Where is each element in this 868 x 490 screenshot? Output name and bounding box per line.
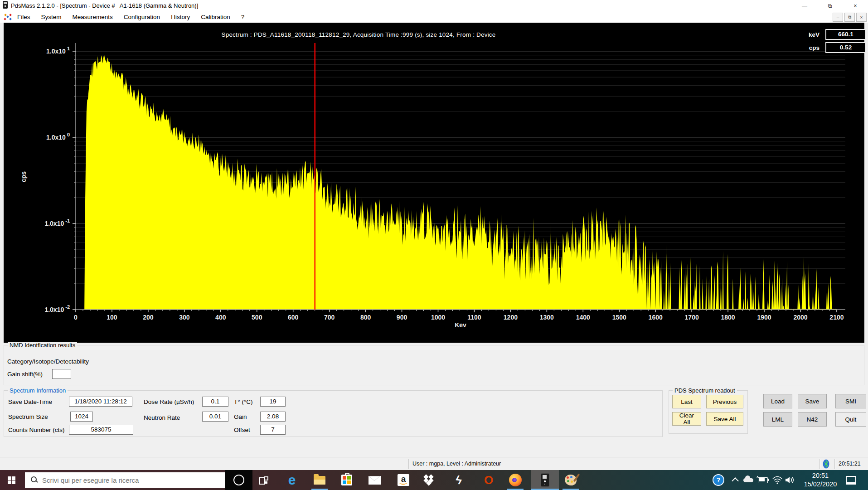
- counts-number-label: Counts Number (cts): [8, 427, 65, 433]
- pds-readout-title: PDS Spectrum readout: [673, 387, 737, 394]
- offset-field[interactable]: 7: [260, 425, 286, 435]
- taskbar-icon-amazon[interactable]: a: [393, 470, 414, 490]
- save-button[interactable]: Save: [798, 394, 827, 408]
- mdi-close-button[interactable]: ×: [856, 13, 867, 22]
- text-caret: [61, 371, 61, 378]
- dropbox-icon: [423, 475, 435, 485]
- menu-item-calibration[interactable]: Calibration: [201, 14, 230, 20]
- dose-rate-label: Dose Rate (µSv/h): [144, 398, 194, 405]
- tray-battery-button[interactable]: [756, 470, 770, 490]
- dose-rate-field[interactable]: 0.1: [202, 397, 228, 407]
- taskbar-icon-file-explorer[interactable]: [309, 470, 330, 490]
- tray-chevron-up-button[interactable]: [729, 470, 742, 490]
- x-tick-label: 1600: [649, 314, 663, 321]
- minimize-button[interactable]: —: [792, 0, 817, 11]
- previous-button[interactable]: Previous: [706, 395, 743, 408]
- gain-shift-label: Gain shift(%): [7, 371, 43, 378]
- search-input[interactable]: [41, 476, 225, 485]
- menu-item-files[interactable]: Files: [17, 14, 30, 20]
- x-tick-label: 900: [397, 314, 407, 321]
- smi-button[interactable]: SMI: [835, 394, 866, 408]
- cortana-icon: [233, 475, 244, 485]
- tray-onedrive-button[interactable]: [742, 470, 755, 490]
- clear-all-button[interactable]: Clear All: [672, 412, 701, 426]
- taskbar-icon-edge[interactable]: e: [281, 470, 302, 490]
- lml-button[interactable]: LML: [763, 412, 792, 427]
- neutron-rate-field[interactable]: 0.01: [202, 412, 228, 422]
- y-tick-label: 1.0x10-2: [44, 304, 70, 313]
- spectrum-size-field[interactable]: 1024: [70, 412, 93, 422]
- chart-title: Spectrum : PDS_A11618_200118_112812_29, …: [177, 31, 540, 38]
- quit-button[interactable]: Quit: [835, 412, 866, 427]
- y-tick-label: 1.0x10-1: [44, 218, 70, 227]
- temperature-field[interactable]: 19: [260, 397, 286, 407]
- spectrum-plot[interactable]: 0100200300400500600700800900100011001200…: [4, 23, 864, 343]
- mdi-restore-button[interactable]: ⧉: [844, 13, 855, 22]
- task-view-icon: [259, 476, 268, 484]
- category-isotope-label: Category/Isotope/Detectability: [7, 358, 89, 365]
- clock-time: 20:51: [804, 471, 837, 480]
- x-tick-label: 2100: [829, 314, 844, 321]
- kev-readout-value: 660.1: [825, 29, 866, 40]
- offset-label: Offset: [234, 427, 250, 433]
- bluetooth-icon[interactable]: [823, 459, 829, 470]
- action-center-icon: [846, 476, 856, 485]
- spectrum-info-title: Spectrum Information: [8, 387, 68, 394]
- x-tick-label: 500: [252, 314, 262, 321]
- screen: PdsMass 2.1.2.0 - [Spectrum - Device # A…: [0, 0, 868, 490]
- microsoft-store-icon: [341, 475, 352, 485]
- n42-button[interactable]: N42: [798, 412, 827, 427]
- restore-button[interactable]: ⧉: [817, 0, 843, 11]
- taskbar-icon-dropbox[interactable]: [418, 470, 439, 490]
- save-all-button[interactable]: Save All: [706, 412, 743, 426]
- amazon-icon: a: [398, 474, 409, 486]
- tray-help-button[interactable]: ?: [712, 470, 725, 490]
- x-tick-label: 1700: [685, 314, 699, 321]
- taskbar-clock[interactable]: 20:51 15/02/2020: [800, 470, 840, 490]
- x-tick-label: 1200: [504, 314, 518, 321]
- taskbar-icon-microsoft-store[interactable]: [336, 470, 357, 490]
- mdi-minimize-button[interactable]: –: [833, 13, 843, 22]
- taskbar-icon-firefox[interactable]: [505, 470, 526, 490]
- app-window-icon: [3, 1, 8, 10]
- taskbar-search[interactable]: [25, 472, 225, 488]
- counts-number-field[interactable]: 583075: [69, 425, 133, 435]
- action-center-button[interactable]: [843, 470, 858, 490]
- menu-item-help[interactable]: ?: [241, 14, 245, 20]
- x-tick-label: 1800: [721, 314, 735, 321]
- save-date-time-field[interactable]: 1/18/2020 11:28:12: [69, 397, 132, 407]
- x-tick-label: 100: [107, 314, 117, 321]
- menu-item-system[interactable]: System: [41, 14, 62, 20]
- close-button[interactable]: ×: [843, 0, 868, 11]
- x-tick-label: 1100: [467, 314, 481, 321]
- tray-volume-button[interactable]: [783, 470, 797, 490]
- start-button[interactable]: [0, 470, 23, 490]
- cortana-button[interactable]: [225, 470, 252, 490]
- load-button[interactable]: Load: [763, 394, 792, 408]
- taskbar-icon-pdsmass-device[interactable]: [531, 470, 559, 490]
- nmd-results-groupbox: NMD Identfication results: [4, 345, 864, 385]
- menu-item-measurements[interactable]: Measurements: [73, 14, 113, 20]
- taskbar-icon-lightning[interactable]: ϟ: [448, 470, 469, 490]
- x-tick-label: 600: [288, 314, 299, 321]
- chevron-up-icon: [732, 477, 739, 485]
- status-clock: 20:51:21: [839, 461, 861, 467]
- edge-icon: e: [288, 473, 296, 487]
- lightning-icon: ϟ: [455, 473, 463, 488]
- spectrum-area: [84, 54, 837, 310]
- last-button[interactable]: Last: [672, 395, 701, 408]
- taskbar-icon-paint[interactable]: [560, 470, 581, 490]
- window-title-bar: PdsMass 2.1.2.0 - [Spectrum - Device # A…: [0, 0, 868, 12]
- gain-shift-input[interactable]: [52, 369, 71, 379]
- menu-item-history[interactable]: History: [171, 14, 190, 20]
- taskbar-icon-office[interactable]: O: [478, 470, 499, 490]
- taskbar-icon-mail[interactable]: [364, 470, 385, 490]
- gain-field[interactable]: 2.08: [260, 412, 286, 422]
- wifi-icon: [772, 476, 782, 484]
- cps-readout-value: 0.52: [825, 42, 866, 53]
- taskbar-icon-task-view[interactable]: [253, 470, 274, 490]
- tray-wifi-button[interactable]: [771, 470, 784, 490]
- menu-item-configuration[interactable]: Configuration: [124, 14, 160, 20]
- x-tick-label: 1500: [612, 314, 626, 321]
- onedrive-cloud-icon: [743, 478, 753, 482]
